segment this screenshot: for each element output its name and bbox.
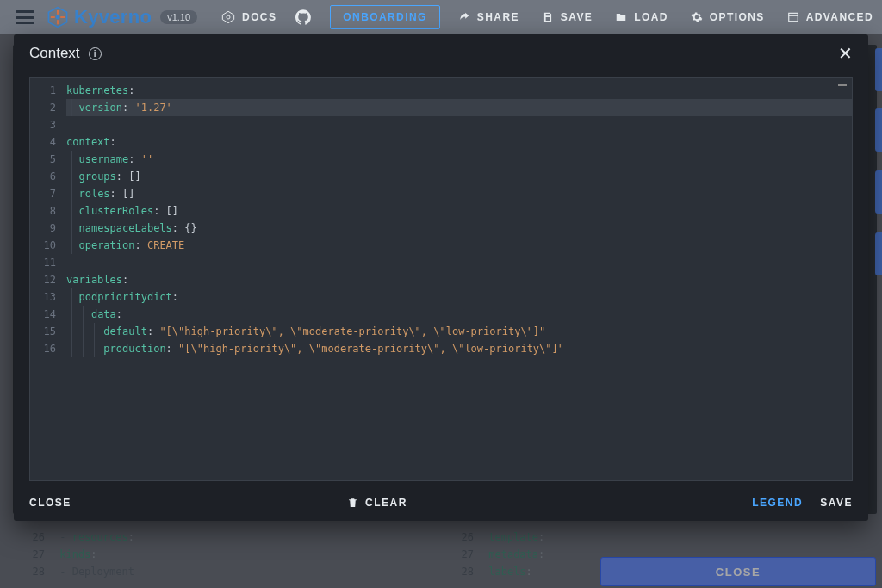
load-button[interactable]: LOAD	[615, 11, 668, 23]
svg-marker-6	[222, 11, 233, 22]
load-label: LOAD	[634, 11, 668, 23]
close-icon[interactable]: ✕	[838, 45, 853, 62]
onboarding-button[interactable]: ONBOARDING	[330, 5, 439, 29]
modal-legend-button[interactable]: LEGEND	[752, 497, 803, 509]
context-modal: Context i ✕ 1kubernetes:2 version: '1.27…	[14, 34, 868, 521]
modal-save-button[interactable]: SAVE	[820, 497, 853, 509]
folder-icon	[615, 11, 627, 23]
svg-rect-8	[788, 13, 798, 21]
kubernetes-icon	[221, 10, 235, 24]
trash-icon	[347, 497, 358, 509]
brand-logo[interactable]: Kyverno	[47, 6, 152, 28]
svg-point-7	[227, 15, 230, 19]
kyverno-wheel-icon	[47, 6, 69, 28]
options-button[interactable]: OPTIONS	[691, 11, 765, 23]
options-label: OPTIONS	[710, 11, 765, 23]
brand-name: Kyverno	[74, 6, 152, 28]
modal-close-button[interactable]: CLOSE	[29, 497, 71, 509]
share-button[interactable]: SHARE	[458, 11, 519, 23]
github-link[interactable]	[295, 9, 311, 25]
nav-right: SHARE SAVE LOAD OPTIONS ADVANCED	[458, 11, 873, 23]
modal-header: Context i ✕	[14, 34, 868, 72]
save-label: SAVE	[561, 11, 593, 23]
github-icon	[295, 9, 311, 25]
window-icon	[787, 11, 799, 23]
clear-label: CLEAR	[365, 497, 407, 509]
modal-clear-button[interactable]: CLEAR	[347, 497, 407, 509]
app-topbar: Kyverno v1.10 DOCS ONBOARDING SHARE SAVE…	[0, 0, 882, 34]
svg-point-1	[56, 15, 60, 20]
modal-title: Context	[29, 45, 80, 62]
docs-label: DOCS	[242, 11, 276, 23]
gear-icon	[691, 11, 703, 23]
advanced-button[interactable]: ADVANCED	[787, 11, 873, 23]
nav-left: DOCS ONBOARDING	[221, 5, 440, 29]
menu-icon[interactable]	[16, 10, 34, 24]
save-button[interactable]: SAVE	[542, 11, 593, 23]
modal-footer: CLOSE CLEAR LEGEND SAVE	[14, 485, 868, 521]
info-icon[interactable]: i	[89, 47, 102, 60]
save-icon	[542, 11, 554, 23]
version-pill[interactable]: v1.10	[160, 10, 197, 24]
share-label: SHARE	[477, 11, 519, 23]
advanced-label: ADVANCED	[806, 11, 873, 23]
share-icon	[458, 11, 470, 23]
docs-link[interactable]: DOCS	[221, 10, 276, 24]
code-editor[interactable]: 1kubernetes:2 version: '1.27'34context:5…	[29, 77, 853, 481]
